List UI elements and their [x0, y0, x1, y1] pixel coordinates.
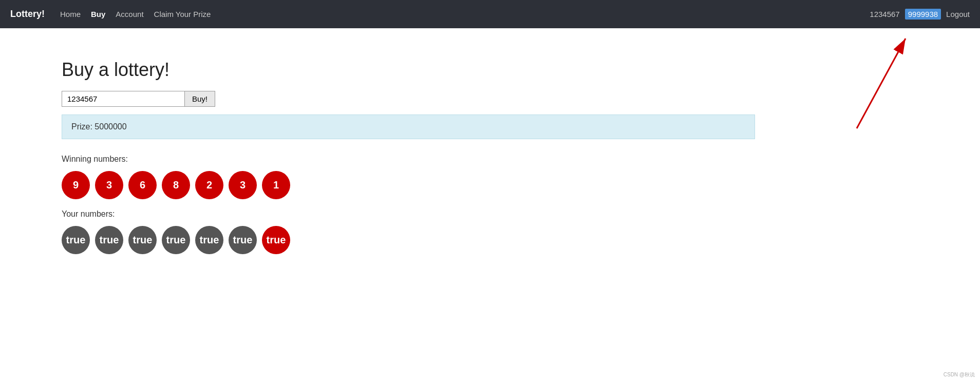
your-numbers-row: truetruetruetruetruetruetrue: [62, 226, 918, 254]
nav-home[interactable]: Home: [60, 10, 81, 18]
nav-balance: 9999938: [905, 9, 941, 20]
buy-form: Buy!: [62, 91, 918, 107]
nav-brand[interactable]: Lottery!: [10, 9, 45, 20]
your-numbers-label: Your numbers:: [62, 209, 918, 219]
nav-user-id: 1234567: [870, 10, 899, 18]
your-ball: true: [195, 226, 223, 254]
nav-logout[interactable]: Logout: [946, 10, 970, 18]
prize-text: Prize: 5000000: [71, 122, 127, 131]
winning-ball: 6: [128, 171, 157, 199]
lottery-number-input[interactable]: [62, 91, 185, 107]
svg-line-1: [857, 39, 906, 128]
nav-claim[interactable]: Claim Your Prize: [154, 10, 211, 18]
your-ball: true: [95, 226, 123, 254]
winning-ball: 2: [195, 171, 223, 199]
watermark: CSDN @秋说: [944, 371, 975, 378]
winning-ball: 8: [162, 171, 190, 199]
page-title: Buy a lottery!: [62, 59, 918, 81]
your-ball: true: [162, 226, 190, 254]
your-ball: true: [128, 226, 157, 254]
winning-ball: 3: [229, 171, 257, 199]
your-ball: true: [262, 226, 290, 254]
main-content: Buy a lottery! Buy! Prize: 5000000 Winni…: [0, 28, 980, 295]
your-ball: true: [62, 226, 90, 254]
navbar: Lottery! Home Buy Account Claim Your Pri…: [0, 0, 980, 28]
prize-banner: Prize: 5000000: [62, 115, 755, 139]
winning-numbers-label: Winning numbers:: [62, 155, 918, 164]
buy-button[interactable]: Buy!: [185, 91, 215, 107]
nav-buy[interactable]: Buy: [91, 10, 105, 18]
nav-links: Home Buy Account Claim Your Prize: [60, 10, 870, 18]
winning-ball: 1: [262, 171, 290, 199]
your-ball: true: [229, 226, 257, 254]
nav-account[interactable]: Account: [116, 10, 143, 18]
winning-ball: 9: [62, 171, 90, 199]
winning-ball: 3: [95, 171, 123, 199]
nav-right: 1234567 9999938 Logout: [870, 9, 970, 20]
winning-numbers-row: 9368231: [62, 171, 918, 199]
